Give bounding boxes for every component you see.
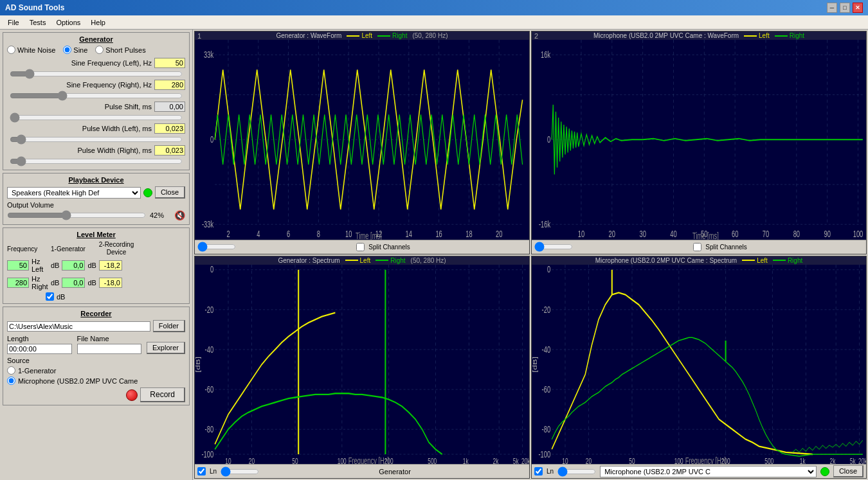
length-input[interactable] bbox=[7, 344, 72, 354]
pulse-shift-slider[interactable] bbox=[10, 113, 183, 122]
svg-text:-16k: -16k bbox=[539, 219, 550, 229]
chart-4-bottom-bar: Ln Microphone (USB2.0 2MP UVC C Close bbox=[532, 464, 866, 478]
path-input[interactable] bbox=[7, 321, 150, 332]
chart-1-svg: 33k 0 -33k 2 4 6 8 10 12 14 16 18 20 bbox=[195, 40, 529, 240]
pulse-width-right-slider[interactable] bbox=[10, 157, 183, 166]
svg-text:50: 50 bbox=[292, 456, 298, 464]
chart-3-h-scroll[interactable] bbox=[221, 468, 259, 475]
sine-freq-right-slider[interactable] bbox=[10, 91, 183, 100]
chart-2-h-scroll[interactable] bbox=[534, 244, 573, 250]
sine-freq-left-slider[interactable] bbox=[10, 69, 183, 78]
chart-1-split-label: Split Channels bbox=[368, 244, 410, 251]
chart-2-title-bar: 2 Microphone (USB2.0 2MP UVC Came : Wave… bbox=[532, 31, 866, 40]
gen1-header: 1-Generator bbox=[42, 245, 94, 253]
chart-1-number: 1 bbox=[197, 32, 201, 40]
svg-text:70: 70 bbox=[763, 229, 770, 239]
rec-db-right[interactable] bbox=[99, 278, 122, 288]
svg-text:100: 100 bbox=[338, 456, 347, 464]
volume-slider[interactable] bbox=[7, 210, 146, 220]
pulse-width-left-input[interactable] bbox=[154, 123, 185, 134]
chart-4-ln-checkbox[interactable] bbox=[534, 467, 543, 476]
chart-4-spectrum: Microphone (USB2.0 2MP UVC Came : Spectr… bbox=[531, 256, 867, 479]
sine-freq-right-row: Sine Frequency (Right), Hz bbox=[7, 80, 185, 90]
maximize-button[interactable]: □ bbox=[840, 3, 850, 13]
chart-3-bottom-bar: Ln Generator bbox=[195, 464, 529, 478]
chart-area: 1 Generator : WaveForm Left Right (50, 2… bbox=[193, 30, 868, 480]
pulse-shift-input[interactable] bbox=[154, 102, 185, 112]
close-button[interactable]: ✕ bbox=[853, 3, 863, 13]
chart-1-h-scroll[interactable] bbox=[197, 244, 236, 250]
filename-input[interactable] bbox=[77, 344, 142, 354]
pulse-width-right-row: Pulse Width (Right), ms bbox=[7, 145, 185, 156]
svg-text:14: 14 bbox=[406, 229, 413, 239]
hz-right-label: Hz Right bbox=[32, 275, 48, 290]
svg-text:2k: 2k bbox=[493, 456, 499, 464]
sine-freq-right-input[interactable] bbox=[154, 80, 185, 90]
svg-text:50: 50 bbox=[629, 456, 635, 464]
db-label-2: dB bbox=[51, 279, 59, 287]
sine-freq-left-input[interactable] bbox=[154, 58, 185, 68]
chart-4-h-scroll[interactable] bbox=[557, 468, 596, 475]
playback-device-row: Speakers (Realtek High Def Close bbox=[7, 186, 185, 199]
source-1gen[interactable]: 1-Generator bbox=[7, 366, 185, 375]
record-row: Record bbox=[7, 387, 185, 402]
svg-text:8: 8 bbox=[317, 229, 321, 239]
folder-button[interactable]: Folder bbox=[153, 320, 185, 332]
record-button[interactable]: Record bbox=[140, 387, 185, 402]
source-col: Source 1-Generator Microphone (USB2.0 2M… bbox=[7, 357, 185, 385]
menu-help[interactable]: Help bbox=[86, 17, 111, 28]
svg-text:-60: -60 bbox=[205, 384, 214, 394]
playback-close-button[interactable]: Close bbox=[155, 186, 185, 199]
rec-db-left[interactable] bbox=[99, 260, 122, 271]
db-checkbox[interactable] bbox=[46, 292, 54, 301]
mode-white-noise[interactable]: White Noise bbox=[7, 46, 55, 54]
mode-sine[interactable]: Sine bbox=[63, 46, 87, 54]
source-microphone[interactable]: Microphone (USB2.0 2MP UVC Came bbox=[7, 377, 185, 385]
length-filename-row: Length File Name Explorer bbox=[7, 335, 185, 354]
playback-device-select[interactable]: Speakers (Realtek High Def bbox=[7, 187, 141, 199]
explorer-button[interactable]: Explorer bbox=[147, 342, 185, 354]
chart-4-svg: 0 -20 -40 -60 -80 -100 [dB] 10 20 50 100… bbox=[532, 265, 866, 465]
svg-text:4: 4 bbox=[257, 229, 260, 239]
chart-4-ln-label: Ln bbox=[547, 468, 554, 475]
pulse-width-right-input[interactable] bbox=[154, 145, 185, 156]
chart-3-ln-checkbox[interactable] bbox=[197, 467, 206, 476]
svg-text:100: 100 bbox=[853, 229, 863, 239]
pulse-width-left-label: Pulse Width (Left), ms bbox=[82, 125, 152, 132]
chart-3-title: Generator : Spectrum bbox=[278, 257, 339, 264]
svg-text:20k: 20k bbox=[521, 456, 529, 464]
pulse-width-left-slider[interactable] bbox=[10, 135, 183, 144]
chart-4-close-button[interactable]: Close bbox=[833, 465, 863, 477]
chart-1-waveform: 1 Generator : WaveForm Left Right (50, 2… bbox=[194, 31, 530, 254]
svg-text:-20: -20 bbox=[205, 304, 214, 314]
chart-1-title-bar: 1 Generator : WaveForm Left Right (50, 2… bbox=[195, 31, 529, 40]
menu-options[interactable]: Options bbox=[51, 17, 86, 28]
minimize-button[interactable]: ─ bbox=[827, 3, 837, 13]
chart-4-legend-right: Right bbox=[773, 257, 802, 264]
freq-left-input[interactable] bbox=[7, 260, 29, 271]
chart-2-legend-right: Right bbox=[775, 32, 804, 39]
pulse-shift-label: Pulse Shift, ms bbox=[105, 103, 152, 111]
menu-tests[interactable]: Tests bbox=[24, 17, 51, 28]
playback-status-indicator bbox=[143, 188, 152, 197]
svg-text:33k: 33k bbox=[204, 49, 213, 60]
chart-3-title-bar: Generator : Spectrum Left Right (50, 280… bbox=[195, 256, 529, 265]
chart-2-split-channels[interactable] bbox=[693, 243, 701, 251]
chart-3-legend-right: Right bbox=[375, 257, 405, 264]
chart-4-legend-left: Left bbox=[742, 257, 768, 264]
volume-row: Output Volume bbox=[7, 201, 185, 209]
chart-4-title-bar: Microphone (USB2.0 2MP UVC Came : Spectr… bbox=[532, 256, 866, 265]
mode-short-pulses[interactable]: Short Pulses bbox=[95, 46, 145, 54]
db-checkbox-row: dB bbox=[7, 292, 185, 301]
freq-right-input[interactable] bbox=[7, 278, 29, 288]
svg-text:0: 0 bbox=[210, 265, 214, 275]
gen-db-right[interactable] bbox=[62, 278, 85, 288]
chart-1-split-channels[interactable] bbox=[356, 243, 365, 251]
pulse-width-right-slider-row bbox=[7, 157, 185, 166]
menu-file[interactable]: File bbox=[3, 17, 24, 28]
level-row-2: Hz Right dB dB bbox=[7, 275, 185, 290]
db-label-rec-1: dB bbox=[87, 262, 96, 269]
chart-4-device-select[interactable]: Microphone (USB2.0 2MP UVC C bbox=[600, 466, 817, 477]
gen-db-left[interactable] bbox=[62, 260, 85, 271]
svg-text:-80: -80 bbox=[205, 423, 214, 434]
